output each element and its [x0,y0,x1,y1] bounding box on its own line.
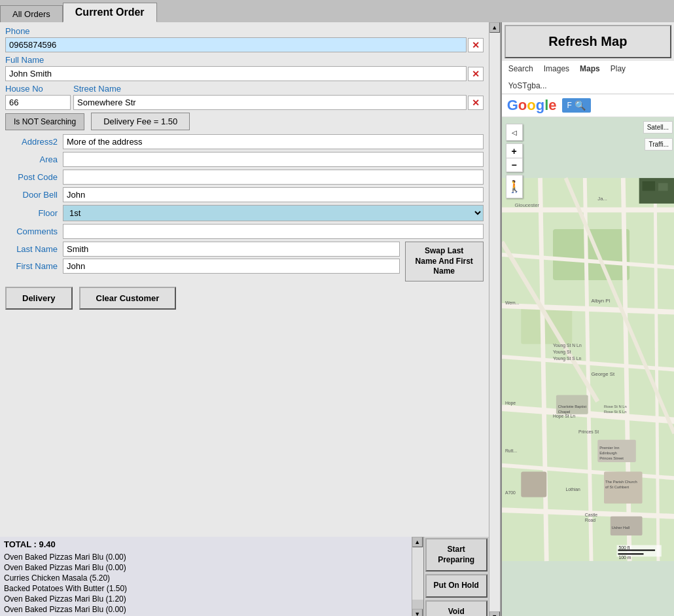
form-scroll-down[interactable]: ▼ [489,611,500,616]
doorbell-input[interactable] [63,187,484,202]
clear-customer-btn[interactable]: Clear Customer [79,287,177,310]
map-toolbar: Search Images Maps Play YoSTgba... [502,61,674,94]
postcode-input[interactable] [63,170,484,185]
svg-rect-54 [658,183,668,191]
firstname-input[interactable] [63,259,400,274]
area-label: Area [5,154,58,164]
fullname-label: Full Name [5,55,484,65]
tab-all-orders[interactable]: All Orders [0,5,63,22]
phone-label: Phone [5,26,484,36]
order-item[interactable]: Oven Baked Pizzas Mari Blu (0.00) [0,562,412,573]
delivery-btn[interactable]: Delivery [5,287,73,310]
google-search-btn[interactable]: 🔍 [575,100,586,111]
svg-text:Edinburgh: Edinburgh [599,451,617,455]
svg-text:Young St S Ln: Young St S Ln [553,356,582,361]
map-zoom-out-btn[interactable]: − [506,158,523,172]
svg-text:Ja...: Ja... [597,196,607,202]
put-on-hold-btn[interactable]: Put On Hold [425,574,488,598]
google-search-bar[interactable]: F 🔍 [562,98,591,113]
map-tab-images[interactable]: Images [541,63,572,75]
map-area[interactable]: Gloucester Ja... Wem... Albyn Pl Young S… [502,117,674,616]
svg-text:Road: Road [584,518,595,522]
firstname-label: First Name [5,261,58,271]
svg-text:A700: A700 [505,490,516,495]
map-nav-btn[interactable]: ◁ [506,124,523,141]
svg-text:Charlotte Baptist: Charlotte Baptist [558,405,587,408]
house-no-input[interactable] [5,95,71,110]
list-scroll-down[interactable]: ▼ [412,609,423,616]
swap-name-btn[interactable]: Swap Last Name And First Name [405,242,484,281]
delivery-fee-btn[interactable]: Delivery Fee = 1.50 [91,113,190,130]
refresh-map-btn[interactable]: Refresh Map [505,25,671,58]
svg-text:Young St: Young St [553,350,571,355]
doorbell-label: Door Bell [5,190,58,200]
map-zoom-in-btn[interactable]: + [506,143,523,158]
address2-label: Address2 [5,137,58,147]
svg-text:Young St N Ln: Young St N Ln [553,343,582,348]
house-no-label: House No [5,84,71,94]
svg-rect-2 [521,306,572,344]
map-tab-maps[interactable]: Maps [577,63,603,75]
svg-rect-35 [521,472,546,498]
street-name-input[interactable] [73,95,467,110]
list-scroll-up[interactable]: ▲ [412,537,423,547]
svg-text:Princes St: Princes St [578,429,599,434]
comments-label: Comments [5,226,58,236]
order-item[interactable]: Backed Potatoes With Butter (1.50) [0,583,412,594]
map-traffic-btn[interactable]: Traffi... [645,138,673,151]
svg-text:Lothian: Lothian [565,487,580,492]
svg-text:Rose St N Ln: Rose St N Ln [604,405,627,408]
order-item[interactable]: Curries Chicken Masala (5.20) [0,573,412,583]
svg-rect-53 [642,181,655,191]
svg-text:George St: George St [591,371,614,377]
address2-input[interactable] [63,134,484,149]
svg-text:Gloucester: Gloucester [514,202,539,208]
svg-text:Princes Street: Princes Street [599,456,624,460]
map-satellite-btn[interactable]: Satell... [643,121,673,134]
svg-text:Chapel: Chapel [558,410,571,414]
area-input[interactable] [63,152,484,167]
phone-clear-btn[interactable]: ✕ [468,38,484,52]
svg-text:Hope St Ln: Hope St Ln [553,414,575,419]
svg-text:The Parish Church: The Parish Church [605,480,637,484]
map-svg: Gloucester Ja... Wem... Albyn Pl Young S… [502,117,674,616]
google-logo: Google [507,97,557,114]
street-name-label: Street Name [73,84,484,94]
floor-label: Floor [5,208,58,218]
fullname-input[interactable] [5,66,467,81]
map-tab-search[interactable]: Search [506,63,536,75]
phone-input[interactable] [5,37,467,52]
map-tab-youtube[interactable]: YoSTgba... [506,80,550,92]
fullname-clear-btn[interactable]: ✕ [468,67,484,81]
svg-text:500 ft: 500 ft [618,545,630,550]
svg-text:Rose St S Ln: Rose St S Ln [604,410,626,414]
not-searching-btn[interactable]: Is NOT Searching [5,113,84,130]
lastname-label: Last Name [5,244,58,254]
svg-text:100 m: 100 m [618,555,631,560]
svg-text:Usher Hall: Usher Hall [611,526,629,530]
lastname-input[interactable] [63,242,400,257]
form-scroll-up[interactable]: ▲ [489,22,500,33]
street-clear-btn[interactable]: ✕ [468,96,484,110]
map-tab-play[interactable]: Play [608,63,628,75]
svg-text:Wem...: Wem... [505,300,520,305]
order-total: TOTAL : 9.40 [0,537,412,552]
start-preparing-btn[interactable]: Start Preparing [425,538,488,571]
svg-text:Albyn Pl: Albyn Pl [591,298,610,304]
svg-text:Castle: Castle [584,513,597,517]
tab-current-order[interactable]: Current Order [63,3,157,22]
svg-text:of St Cuthbert: of St Cuthbert [605,485,629,489]
svg-text:Hope: Hope [505,401,516,406]
order-item[interactable]: Oven Baked Pizzas Mari Blu (1.20) [0,594,412,604]
map-street-view-btn[interactable]: 🚶 [506,175,523,198]
order-item[interactable]: Oven Baked Pizzas Mari Blu (0.00) [0,604,412,615]
comments-input[interactable] [63,224,484,239]
search-letter: F [567,101,572,110]
postcode-label: Post Code [5,172,58,182]
order-item[interactable]: Oven Baked Pizzas Mari Blu (0.00) [0,552,412,562]
svg-text:Rutt...: Rutt... [505,448,517,453]
floor-select[interactable]: 1st 2nd 3rd Ground [63,205,484,221]
svg-text:Premier Inn: Premier Inn [599,446,619,450]
void-btn[interactable]: Void [425,600,488,616]
